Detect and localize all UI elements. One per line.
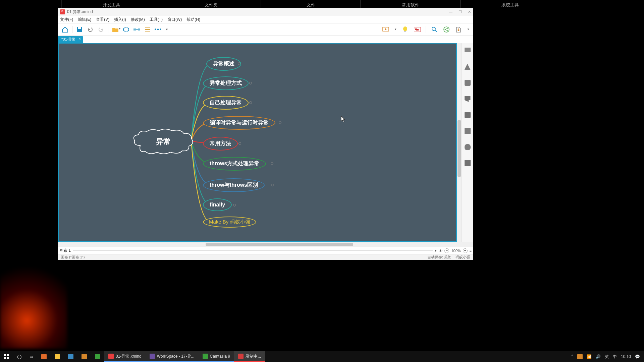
expand-handle[interactable] — [279, 121, 281, 124]
notes-panel-icon[interactable] — [465, 128, 471, 134]
topic-node[interactable]: 异常处理方式 — [203, 76, 249, 90]
redo-icon[interactable] — [97, 26, 105, 33]
topic-node[interactable]: throw与throws区别 — [203, 178, 265, 192]
mindmap-canvas[interactable]: 异常 异常概述 异常处理方式 自己处理异常 编译时异常与运行时异常 常用方法 t… — [58, 43, 457, 242]
export-icon[interactable] — [455, 26, 462, 33]
canvas-wrap: 异常 异常概述 异常处理方式 自己处理异常 编译时异常与运行时异常 常用方法 t… — [58, 43, 473, 242]
cortana-icon[interactable]: ◯ — [13, 351, 25, 362]
expand-handle[interactable] — [249, 82, 252, 84]
save-icon[interactable] — [76, 26, 83, 33]
menu-file[interactable]: 文件(F) — [60, 17, 73, 22]
dropdown-caret-icon[interactable]: ▼ — [467, 28, 470, 31]
menu-modify[interactable]: 修改(M) — [131, 17, 145, 22]
menu-bar: 文件(F) 编辑(E) 查看(V) 插入(I) 修改(M) 工具(T) 窗口(W… — [58, 16, 473, 23]
svg-line-21 — [445, 28, 447, 29]
topic-node[interactable]: 编译时异常与运行时异常 — [203, 116, 275, 130]
pinned-app[interactable] — [91, 351, 104, 362]
taskbar-app-label: 录制中... — [246, 354, 261, 359]
menu-view[interactable]: 查看(V) — [96, 17, 109, 22]
svg-rect-3 — [138, 28, 140, 31]
image-panel-icon[interactable] — [465, 80, 471, 86]
dropdown-caret-icon[interactable]: ▼ — [165, 28, 168, 31]
close-button[interactable]: ✕ — [468, 10, 471, 14]
document-tab[interactable]: *01-异常 × — [58, 36, 83, 43]
home-icon[interactable] — [61, 26, 69, 33]
toolbar: ▼ ••• ▼ ▼ ▼ — [58, 23, 473, 36]
tray-clock[interactable]: 10:10 — [621, 354, 631, 359]
tab-close-icon[interactable]: × — [79, 37, 81, 41]
idea-icon[interactable] — [401, 26, 409, 33]
window-titlebar[interactable]: 01-异常.xmind — ☐ ✕ — [58, 8, 473, 16]
tray-ime[interactable]: 英 — [605, 354, 609, 360]
document-tab-label: *01-异常 — [61, 37, 75, 41]
minimize-button[interactable]: — — [449, 10, 452, 14]
topic-node[interactable]: Make By 码蚁小强 — [203, 217, 256, 228]
maximize-button[interactable]: ☐ — [459, 10, 462, 14]
tray-chevron-icon[interactable]: ˄ — [571, 354, 573, 359]
topic-node[interactable]: 异常概述 — [206, 57, 241, 71]
topic-node[interactable]: finally — [203, 198, 232, 211]
status-bar: 画布 ("画布 1") 自动保存: 关闭 码蚁小强 — [58, 254, 473, 260]
taskview-icon[interactable]: ▭ — [25, 351, 37, 362]
zoom-in-button[interactable]: + — [463, 248, 468, 253]
sheet-bar: 画布 1 ▾ 👁 − 100% + ≡ — [58, 247, 473, 254]
format-panel-icon[interactable] — [465, 64, 471, 70]
app-icon — [238, 354, 244, 359]
tray-network-icon[interactable]: 📶 — [587, 354, 592, 359]
menu-tools[interactable]: 工具(T) — [150, 17, 163, 22]
outline-icon[interactable] — [144, 26, 151, 33]
menu-help[interactable]: 帮助(H) — [186, 17, 200, 22]
share-icon[interactable] — [443, 26, 450, 33]
svg-point-17 — [444, 27, 449, 32]
tray-volume-icon[interactable]: 🔊 — [596, 354, 601, 359]
menu-edit[interactable]: 编辑(E) — [78, 17, 91, 22]
more-icon[interactable]: ••• — [155, 26, 162, 33]
search-icon[interactable] — [431, 26, 438, 33]
present-icon[interactable] — [382, 26, 389, 33]
desk-label[interactable]: 系统工具 — [461, 0, 560, 10]
tray-lang[interactable]: 中 — [613, 354, 617, 360]
app-icon — [203, 354, 208, 359]
zoom-out-button[interactable]: − — [444, 248, 449, 253]
svg-rect-25 — [4, 357, 6, 359]
expand-handle[interactable] — [238, 142, 241, 145]
undo-icon[interactable] — [87, 26, 94, 33]
filter-icon[interactable]: ▾ — [435, 248, 437, 253]
expand-handle[interactable] — [271, 184, 274, 186]
expand-handle[interactable] — [249, 101, 252, 104]
pinned-app[interactable] — [51, 351, 64, 362]
pinned-app[interactable] — [64, 351, 77, 362]
taskbar-app[interactable]: WorkSpace - 17-异... — [146, 351, 199, 362]
marker-panel-icon[interactable] — [465, 96, 471, 102]
pinned-app[interactable] — [77, 351, 91, 362]
outline-panel-icon[interactable] — [465, 48, 471, 54]
folder-icon[interactable]: ▼ — [112, 26, 119, 33]
expand-handle[interactable] — [271, 162, 273, 165]
task-panel-icon[interactable] — [465, 160, 471, 166]
gantt-icon[interactable] — [414, 26, 421, 33]
taskbar-app[interactable]: Camtasia 9 — [199, 351, 234, 362]
expand-handle[interactable] — [238, 62, 240, 65]
taskbar-app[interactable]: 录制中... — [234, 351, 265, 362]
icon-panel-icon[interactable] — [465, 112, 471, 118]
sheet-tab[interactable]: 画布 1 — [59, 248, 71, 253]
visibility-icon[interactable]: 👁 — [439, 249, 442, 253]
horizontal-scrollbar[interactable] — [58, 242, 473, 247]
pinned-app[interactable] — [37, 351, 51, 362]
topic-node[interactable]: 自己处理异常 — [203, 96, 249, 110]
dropdown-caret-icon[interactable]: ▼ — [394, 28, 397, 31]
menu-window[interactable]: 窗口(W) — [167, 17, 182, 22]
topic-node[interactable]: 常用方法 — [203, 137, 238, 150]
menu-insert[interactable]: 插入(I) — [114, 17, 126, 22]
start-button[interactable] — [0, 351, 13, 362]
link-icon[interactable] — [122, 26, 130, 33]
taskbar-app[interactable]: 01-异常.xmind — [104, 351, 146, 362]
zoom-menu-icon[interactable]: ≡ — [470, 249, 472, 253]
comments-panel-icon[interactable] — [465, 144, 471, 150]
tray-notifications-icon[interactable]: 💬 — [635, 354, 640, 359]
tray-app-icon[interactable] — [577, 354, 583, 359]
relation-icon[interactable] — [133, 26, 141, 33]
vertical-scrollbar[interactable] — [457, 43, 462, 242]
expand-handle[interactable] — [233, 204, 236, 206]
topic-node[interactable]: throws方式处理异常 — [203, 157, 266, 171]
